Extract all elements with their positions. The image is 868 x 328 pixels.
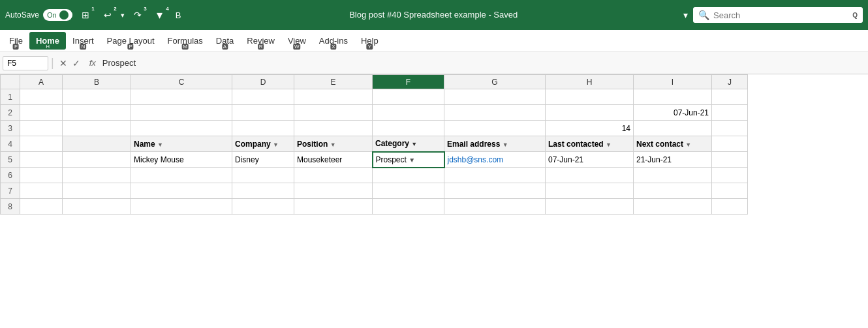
cell-b6[interactable] [63,168,131,183]
cell-g1[interactable] [444,89,546,105]
cell-j2[interactable] [712,105,748,121]
cell-d3[interactable] [232,121,294,136]
cancel-formula-btn[interactable]: ✕ [57,57,70,70]
cell-f4[interactable]: Category ▼ [373,136,444,152]
cell-h7[interactable] [546,183,634,199]
cell-j8[interactable] [712,199,748,215]
cell-i5[interactable]: 21-Jun-21 [634,152,712,168]
autosave-toggle[interactable]: On [43,9,72,21]
cell-j6[interactable] [712,168,748,183]
cell-c3[interactable] [131,121,232,136]
category-filter-icon[interactable]: ▼ [411,141,417,147]
cell-g3[interactable] [444,121,546,136]
cell-b2[interactable] [63,105,131,121]
col-header-h[interactable]: H [546,75,634,89]
cell-b3[interactable] [63,121,131,136]
cell-j1[interactable] [712,89,748,105]
cell-e3[interactable] [294,121,373,136]
cell-c4[interactable]: Name ▼ [131,136,232,152]
row-num-3[interactable]: 3 [1,121,20,136]
name-filter-icon[interactable]: ▼ [157,142,163,148]
cell-h4[interactable]: Last contacted ▼ [546,136,634,152]
cell-a7[interactable] [20,183,63,199]
cell-i2[interactable]: 07-Jun-21 [634,105,712,121]
cell-j3[interactable] [712,121,748,136]
cell-g5[interactable]: jdshb@sns.com [444,152,546,168]
cell-h6[interactable] [546,168,634,183]
undo-dropdown[interactable]: ▾ [121,11,125,20]
cell-reference-box[interactable] [3,56,48,70]
cell-h3[interactable]: 14 [546,121,634,136]
cell-i7[interactable] [634,183,712,199]
col-header-a[interactable]: A [20,75,63,89]
cell-b8[interactable] [63,199,131,215]
cell-f2[interactable] [373,105,444,121]
cell-d2[interactable] [232,105,294,121]
cell-g8[interactable] [444,199,546,215]
cell-c6[interactable] [131,168,232,183]
col-header-e[interactable]: E [294,75,373,89]
email-filter-icon[interactable]: ▼ [503,142,508,148]
cell-j4[interactable] [712,136,748,152]
cell-e4[interactable]: Position ▼ [294,136,373,152]
cell-j5[interactable] [712,152,748,168]
col-header-f[interactable]: F [373,75,444,89]
row-num-7[interactable]: 7 [1,183,20,199]
row-num-5[interactable]: 5 [1,152,20,168]
cell-d6[interactable] [232,168,294,183]
cell-a8[interactable] [20,199,63,215]
col-header-i[interactable]: I [634,75,712,89]
cell-f7[interactable] [373,183,444,199]
col-header-j[interactable]: J [712,75,748,89]
cell-f6[interactable] [373,168,444,183]
col-header-g[interactable]: G [444,75,546,89]
cell-j7[interactable] [712,183,748,199]
col-header-d[interactable]: D [232,75,294,89]
cell-c1[interactable] [131,89,232,105]
cell-i8[interactable] [634,199,712,215]
cell-b5[interactable] [63,152,131,168]
cell-c5[interactable]: Mickey Mouse [131,152,232,168]
row-num-8[interactable]: 8 [1,199,20,215]
cell-f8[interactable] [373,199,444,215]
cell-d4[interactable]: Company ▼ [232,136,294,152]
cell-e5[interactable]: Mouseketeer [294,152,373,168]
cell-a1[interactable] [20,89,63,105]
cell-b4[interactable] [63,136,131,152]
cell-h1[interactable] [546,89,634,105]
cell-f3[interactable] [373,121,444,136]
quick-access-layout-btn[interactable]: ⊞ 1 [76,6,95,24]
row-num-2[interactable]: 2 [1,105,20,121]
cell-h8[interactable] [546,199,634,215]
cell-f5[interactable]: Prospect ▼ [373,152,444,168]
cell-e7[interactable] [294,183,373,199]
cell-e1[interactable] [294,89,373,105]
cell-b1[interactable] [63,89,131,105]
cell-i1[interactable] [634,89,712,105]
col-header-b[interactable]: B [63,75,131,89]
more-commands-btn[interactable]: ▾ 4 [151,6,169,24]
cell-d7[interactable] [232,183,294,199]
col-header-c[interactable]: C [131,75,232,89]
cell-g6[interactable] [444,168,546,183]
search-input[interactable] [713,10,848,20]
cell-i6[interactable] [634,168,712,183]
cell-b7[interactable] [63,183,131,199]
cell-a3[interactable] [20,121,63,136]
company-filter-icon[interactable]: ▼ [273,142,279,148]
redo-btn[interactable]: ↷ 3 [129,6,147,24]
cell-a5[interactable] [20,152,63,168]
cell-c8[interactable] [131,199,232,215]
cell-a2[interactable] [20,105,63,121]
cell-h5[interactable]: 07-Jun-21 [546,152,634,168]
lastcontacted-filter-icon[interactable]: ▼ [606,142,612,148]
undo-btn[interactable]: ↩ 2 [99,6,117,24]
cell-c7[interactable] [131,183,232,199]
row-num-1[interactable]: 1 [1,89,20,105]
cell-e2[interactable] [294,105,373,121]
row-num-4[interactable]: 4 [1,136,20,152]
cell-a4[interactable] [20,136,63,152]
position-filter-icon[interactable]: ▼ [330,142,336,148]
row-num-6[interactable]: 6 [1,168,20,183]
confirm-formula-btn[interactable]: ✓ [70,57,83,70]
